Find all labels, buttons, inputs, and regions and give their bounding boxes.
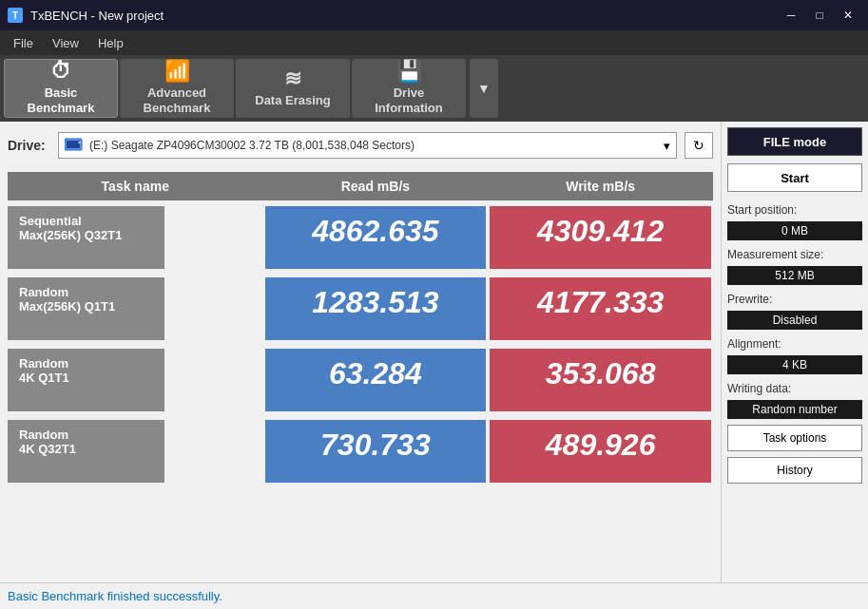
drive-select-icon — [65, 138, 84, 154]
task-name-rand-4k-q1t1: Random 4K Q1T1 — [8, 349, 164, 411]
advanced-benchmark-label: AdvancedBenchmark — [144, 86, 211, 115]
table-row: Random 4K Q1T1 63.284 353.068 — [8, 346, 713, 414]
read-value-rand-4k-q32t1: 730.733 — [265, 420, 487, 483]
toolbar-advanced-benchmark[interactable]: 📶 AdvancedBenchmark — [120, 59, 234, 118]
app-icon: T — [8, 8, 23, 23]
data-erasing-label: Data Erasing — [255, 93, 330, 108]
benchmark-table: Task name Read mB/s Write mB/s Sequentia… — [8, 169, 713, 488]
start-button[interactable]: Start — [727, 163, 862, 192]
task-name-rand-4k-q32t1: Random 4K Q32T1 — [8, 420, 164, 483]
write-value-rand-256k: 4177.333 — [490, 277, 711, 340]
menu-bar: File View Help — [0, 30, 868, 55]
measurement-size-label: Measurement size: — [727, 248, 862, 261]
alignment-label: Alignment: — [727, 337, 862, 351]
basic-benchmark-label: BasicBenchmark — [28, 86, 95, 115]
write-value-seq: 4309.412 — [490, 206, 711, 269]
toolbar: ⏱ BasicBenchmark 📶 AdvancedBenchmark ≋ D… — [0, 55, 868, 122]
read-value-rand-256k: 1283.513 — [265, 277, 487, 340]
menu-view[interactable]: View — [43, 34, 88, 52]
table-row: Sequential Max(256K) Q32T1 4862.635 4309… — [8, 203, 713, 272]
data-erasing-icon: ≋ — [284, 68, 301, 89]
alignment-value: 4 KB — [727, 355, 862, 374]
minimize-button[interactable]: ─ — [779, 6, 803, 25]
measurement-size-value: 512 MB — [727, 266, 862, 285]
read-value-rand-4k-q1t1: 63.284 — [265, 349, 487, 411]
col-write: Write mB/s — [488, 172, 713, 200]
task-name-rand-256k: Random Max(256K) Q1T1 — [8, 277, 164, 340]
title-bar: T TxBENCH - New project ─ □ ✕ — [0, 0, 868, 30]
advanced-benchmark-icon: 📶 — [164, 61, 190, 82]
toolbar-dropdown[interactable]: ▼ — [470, 59, 498, 118]
col-task-name: Task name — [8, 172, 263, 200]
drive-select-text: (E:) Seagate ZP4096CM30002 3.72 TB (8,00… — [89, 139, 415, 152]
status-text: Basic Benchmark finished successfully. — [8, 589, 222, 603]
toolbar-drive-information[interactable]: 💾 DriveInformation — [352, 59, 466, 118]
table-row: Random 4K Q32T1 730.733 489.926 — [8, 417, 713, 485]
col-read: Read mB/s — [263, 172, 489, 200]
svg-rect-1 — [67, 141, 80, 148]
write-value-rand-4k-q32t1: 489.926 — [490, 420, 711, 483]
refresh-icon: ↻ — [693, 138, 704, 153]
table-header-row: Task name Read mB/s Write mB/s — [8, 172, 713, 200]
window-title: TxBENCH - New project — [30, 9, 164, 23]
drive-refresh-button[interactable]: ↻ — [685, 132, 713, 159]
drive-label: Drive: — [8, 138, 50, 153]
main-panel: Drive: (E:) Seagate ZP4096CM30002 3.72 T… — [0, 122, 721, 582]
menu-help[interactable]: Help — [88, 34, 133, 52]
close-button[interactable]: ✕ — [836, 6, 860, 25]
start-position-value: 0 MB — [727, 221, 862, 240]
benchmark-table-wrapper: Task name Read mB/s Write mB/s Sequentia… — [8, 169, 713, 575]
writing-data-label: Writing data: — [727, 382, 862, 395]
status-bar: Basic Benchmark finished successfully. — [0, 582, 868, 609]
file-mode-button[interactable]: FILE mode — [727, 127, 862, 156]
read-value-seq: 4862.635 — [265, 206, 487, 269]
toolbar-data-erasing[interactable]: ≋ Data Erasing — [236, 59, 350, 118]
table-row: Random Max(256K) Q1T1 1283.513 4177.333 — [8, 275, 713, 343]
history-button[interactable]: History — [727, 457, 862, 484]
basic-benchmark-icon: ⏱ — [50, 61, 71, 82]
drive-information-label: DriveInformation — [375, 86, 443, 115]
prewrite-value: Disabled — [727, 311, 862, 330]
drive-information-icon: 💾 — [396, 61, 422, 82]
svg-rect-2 — [78, 142, 81, 143]
chevron-down-icon: ▼ — [477, 81, 491, 96]
drive-bar: Drive: (E:) Seagate ZP4096CM30002 3.72 T… — [8, 129, 713, 162]
write-value-rand-4k-q1t1: 353.068 — [490, 349, 711, 411]
start-position-label: Start position: — [727, 203, 862, 217]
toolbar-basic-benchmark[interactable]: ⏱ BasicBenchmark — [4, 59, 118, 118]
drive-dropdown-arrow: ▾ — [664, 139, 670, 153]
drive-select-dropdown[interactable]: (E:) Seagate ZP4096CM30002 3.72 TB (8,00… — [58, 132, 677, 159]
task-options-button[interactable]: Task options — [727, 425, 862, 451]
menu-file[interactable]: File — [4, 34, 43, 52]
right-panel: FILE mode Start Start position: 0 MB Mea… — [721, 122, 868, 582]
task-name-seq: Sequential Max(256K) Q32T1 — [8, 206, 164, 269]
writing-data-value: Random number — [727, 400, 862, 419]
prewrite-label: Prewrite: — [727, 293, 862, 306]
maximize-button[interactable]: □ — [807, 6, 832, 25]
